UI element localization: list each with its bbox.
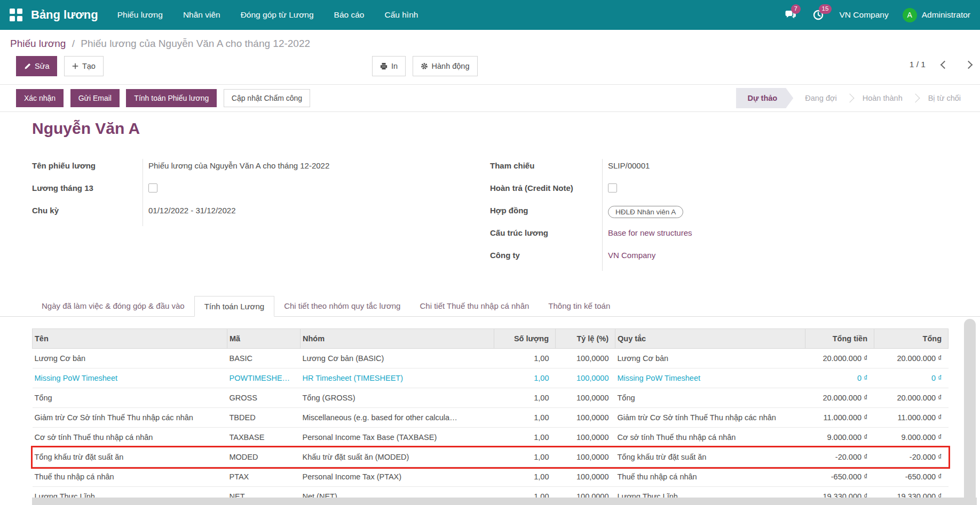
page-title: Nguyễn Văn A (32, 119, 948, 138)
pager-next-icon[interactable] (965, 60, 973, 69)
breadcrumb-current: Phiếu lương của Nguyễn Văn A cho tháng 1… (81, 38, 310, 49)
company-switcher[interactable]: VN Company (840, 10, 889, 20)
table-row[interactable]: Giảm trừ Cơ Sở tính Thuế Thu nhập các nh… (33, 408, 949, 428)
table-row[interactable]: Thuế thu nhập cá nhânPTAXPersonal Income… (33, 467, 949, 487)
print-button[interactable]: In (372, 56, 406, 76)
col-rule[interactable]: Quy tắc (615, 329, 805, 349)
table-row-highlighted[interactable]: Tổng khấu trừ đặt suất ănMODEDKhấu trừ đ… (33, 447, 949, 467)
menu-cau-hinh[interactable]: Cấu hình (384, 1, 418, 29)
col-name[interactable]: Tên (33, 329, 227, 349)
edit-button[interactable]: Sửa (16, 56, 57, 76)
form-sheet: Nguyễn Văn A Tên phiếu lương Phiếu lương… (0, 112, 980, 271)
tab-personal-income-tax[interactable]: Chi tiết Thuế thu nhập cá nhân (410, 296, 539, 317)
structure-link[interactable]: Base for new structures (608, 228, 692, 237)
col-code[interactable]: Mã (227, 329, 301, 349)
company-link[interactable]: VN Company (608, 251, 655, 260)
payslip-name-label: Tên phiếu lương (32, 159, 143, 181)
statusbar-buttons: Xác nhận Gửi Email Tính toán Phiếu lương… (16, 89, 310, 107)
payslip-name-value: Phiếu lương của Nguyễn Văn A cho tháng 1… (143, 159, 481, 181)
control-panel: Sửa Tạo In Hành động 1 / 1 (0, 56, 980, 77)
main-navbar: Bảng lương Phiếu lương Nhân viên Đóng gó… (0, 0, 980, 30)
main-menu: Phiếu lương Nhân viên Đóng góp từ Lương … (117, 1, 418, 29)
user-name: Administrator (922, 10, 970, 20)
tab-accounting-info[interactable]: Thông tin kế toán (539, 296, 620, 317)
company-label: Công ty (490, 249, 602, 271)
apps-menu-icon[interactable] (10, 9, 22, 21)
gear-icon (421, 62, 428, 70)
period-label: Chu kỳ (32, 204, 143, 226)
breadcrumb-separator: / (69, 38, 78, 49)
status-pipeline: Dự thảo Đang đợi Hoàn thành Bị từ chối (736, 88, 973, 108)
table-row[interactable]: TổngGROSSTổng (GROSS) 1,00100,0000 Tổng2… (33, 388, 949, 408)
col-amount[interactable]: Tổng tiền (805, 329, 874, 349)
state-waiting[interactable]: Đang đợi (793, 88, 849, 108)
messages-button[interactable]: 7 (784, 8, 798, 22)
menu-bao-cao[interactable]: Báo cáo (334, 1, 365, 29)
salary-lines-table: Tên Mã Nhóm Số lượng Tỷ lệ (%) Quy tắc T… (32, 328, 948, 505)
form-right-group: Tham chiếu SLIP/00001 Hoàn trả (Credit N… (490, 159, 948, 271)
structure-label: Cấu trúc lương (490, 226, 602, 249)
notebook-tabs: Ngày đã làm việc & đóng góp & đầu vào Tí… (0, 296, 980, 317)
table-row[interactable]: Cơ sở tính Thuế thu nhập cá nhânTAXBASEP… (33, 428, 949, 447)
tab-worked-days[interactable]: Ngày đã làm việc & đóng góp & đầu vào (32, 296, 194, 317)
activities-button[interactable]: 15 (812, 8, 826, 22)
month13-checkbox[interactable] (148, 183, 157, 193)
credit-note-checkbox[interactable] (608, 183, 617, 193)
confirm-button[interactable]: Xác nhận (16, 89, 64, 107)
action-button[interactable]: Hành động (413, 56, 478, 76)
month13-label: Lương tháng 13 (32, 181, 143, 204)
printer-icon (380, 62, 388, 70)
menu-phieu-luong[interactable]: Phiếu lương (117, 1, 163, 29)
update-attendance-button[interactable]: Cập nhật Chấm công (224, 89, 310, 107)
vertical-scrollbar[interactable] (964, 319, 976, 505)
horizontal-scrollbar[interactable] (32, 498, 977, 505)
table-row[interactable]: Missing PoW TimesheetPOWTIMESHE…HR Times… (33, 368, 949, 388)
pager-value: 1 / 1 (910, 60, 926, 69)
period-value: 01/12/2022 - 31/12/2022 (143, 204, 481, 226)
reference-label: Tham chiếu (490, 159, 602, 181)
activities-count-badge: 15 (819, 4, 832, 14)
credit-note-label: Hoàn trả (Credit Note) (490, 181, 602, 204)
contract-label: Hợp đồng (490, 204, 602, 226)
breadcrumb-parent-link[interactable]: Phiếu lương (10, 38, 66, 49)
col-quantity[interactable]: Số lượng (494, 329, 556, 349)
create-button[interactable]: Tạo (64, 56, 104, 76)
user-menu[interactable]: A Administrator (903, 8, 970, 22)
menu-nhan-vien[interactable]: Nhân viên (183, 1, 220, 29)
tab-details-by-rule-category[interactable]: Chi tiết theo nhóm quy tắc lương (274, 296, 410, 317)
table-row[interactable]: Lương Cơ bảnBASICLương Cơ bản (BASIC) 1,… (33, 349, 949, 368)
state-draft[interactable]: Dự thảo (736, 88, 794, 108)
compute-sheet-button[interactable]: Tính toán Phiếu lương (126, 89, 217, 107)
col-category[interactable]: Nhóm (301, 329, 494, 349)
pencil-icon (24, 63, 31, 70)
avatar: A (903, 8, 917, 22)
statusbar: Xác nhận Gửi Email Tính toán Phiếu lương… (0, 84, 980, 112)
messages-count-badge: 7 (791, 4, 801, 14)
state-done[interactable]: Hoàn thành (851, 88, 914, 108)
contract-tag[interactable]: HĐLĐ Nhân viên A (608, 206, 683, 218)
table-header-row: Tên Mã Nhóm Số lượng Tỷ lệ (%) Quy tắc T… (33, 329, 949, 349)
app-brand[interactable]: Bảng lương (31, 8, 98, 22)
reference-value: SLIP/00001 (602, 159, 948, 181)
tab-salary-computation[interactable]: Tính toán Lương (194, 296, 274, 317)
col-rate[interactable]: Tỷ lệ (%) (556, 329, 615, 349)
pager: 1 / 1 (910, 60, 971, 69)
form-left-group: Tên phiếu lương Phiếu lương của Nguyễn V… (32, 159, 481, 271)
state-rejected[interactable]: Bị từ chối (916, 88, 973, 108)
breadcrumb: Phiếu lương / Phiếu lương của Nguyễn Văn… (0, 30, 980, 50)
col-total[interactable]: Tổng (874, 329, 949, 349)
pager-previous-icon[interactable] (941, 60, 949, 69)
plus-icon (72, 63, 78, 69)
menu-dong-gop[interactable]: Đóng góp từ Lương (241, 1, 314, 29)
send-email-button[interactable]: Gửi Email (70, 89, 120, 107)
